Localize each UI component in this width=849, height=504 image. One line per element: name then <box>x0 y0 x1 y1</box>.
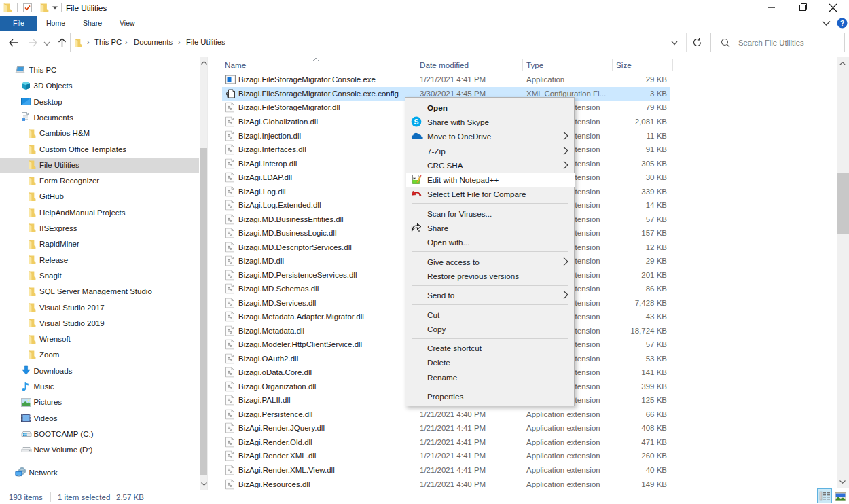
svg-text:S: S <box>414 118 418 126</box>
svg-text:?: ? <box>840 19 845 27</box>
